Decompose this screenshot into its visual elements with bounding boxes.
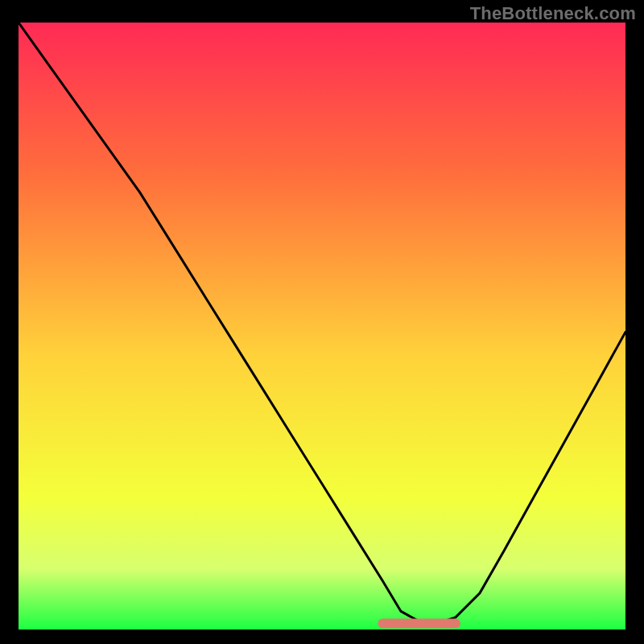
plot-background <box>19 23 625 630</box>
bottleneck-plot <box>19 23 625 630</box>
watermark-text: TheBottleneck.com <box>470 3 636 24</box>
chart-frame: TheBottleneck.com <box>0 0 644 644</box>
